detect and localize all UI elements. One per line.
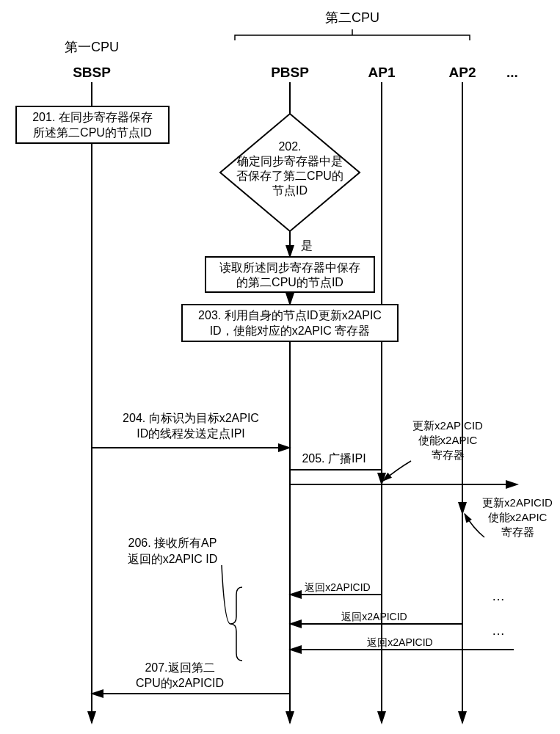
return-dots2: … bbox=[492, 623, 505, 638]
header-dots: ... bbox=[506, 65, 518, 80]
header-sbsp: SBSP bbox=[73, 65, 111, 80]
label-cpu2: 第二CPU bbox=[325, 10, 379, 25]
step202-l3: 否保存了第二CPU的 bbox=[236, 170, 343, 182]
step204-l1: 204. 向标识为目标x2APIC bbox=[123, 412, 259, 424]
header-ap1: AP1 bbox=[368, 65, 396, 80]
ap2box-l1: 更新x2APICID bbox=[482, 496, 553, 509]
ap2box-l3: 寄存器 bbox=[501, 526, 534, 538]
return-r3-label: 返回x2APICID bbox=[367, 636, 432, 648]
step206-l1: 206. 接收所有AP bbox=[128, 537, 217, 549]
return-ap1-label: 返回x2APICID bbox=[305, 581, 370, 593]
label-cpu1: 第一CPU bbox=[65, 40, 119, 54]
return-ap2-label: 返回x2APICID bbox=[341, 611, 407, 622]
header-pbsp: PBSP bbox=[271, 65, 309, 80]
step202-l1: 202. bbox=[278, 140, 301, 153]
connector-ap1box bbox=[383, 461, 411, 481]
step207-l1: 207.返回第二 bbox=[145, 661, 214, 674]
return-dots1: … bbox=[492, 589, 505, 603]
brace-206 bbox=[230, 587, 242, 661]
step201-l1: 201. 在同步寄存器保存 bbox=[32, 111, 153, 123]
readbox-l1: 读取所述同步寄存器中保存 bbox=[219, 261, 360, 274]
step204-l2: ID的线程发送定点IPI bbox=[137, 427, 245, 440]
cpu2-bracket bbox=[235, 29, 470, 40]
ap2box-l2: 使能x2APIC bbox=[488, 511, 548, 523]
step206-l2: 返回的x2APIC ID bbox=[128, 553, 218, 565]
step207-l2: CPU的x2APICID bbox=[136, 677, 224, 689]
step201-l2: 所述第二CPU的节点ID bbox=[33, 126, 152, 139]
step202-l2: 确定同步寄存器中是 bbox=[236, 155, 343, 167]
step202-yes: 是 bbox=[301, 239, 313, 252]
step205-label: 205. 广播IPI bbox=[302, 452, 366, 465]
step203-l2: ID，使能对应的x2APIC 寄存器 bbox=[210, 324, 371, 337]
connector-ap2box bbox=[465, 514, 484, 537]
sequence-diagram: 第二CPU 第一CPU SBSP PBSP AP1 AP2 ... 201. 在… bbox=[0, 0, 560, 734]
step202-l4: 节点ID bbox=[272, 184, 308, 197]
readbox-l2: 的第二CPU的节点ID bbox=[236, 276, 343, 288]
step203-l1: 203. 利用自身的节点ID更新x2APIC bbox=[198, 309, 382, 321]
brace-206-tail bbox=[222, 565, 230, 624]
ap1box-l1: 更新x2APICID bbox=[412, 419, 483, 432]
header-ap2: AP2 bbox=[449, 65, 476, 80]
ap1box-l2: 使能x2APIC bbox=[418, 434, 478, 446]
ap1box-l3: 寄存器 bbox=[432, 448, 465, 461]
